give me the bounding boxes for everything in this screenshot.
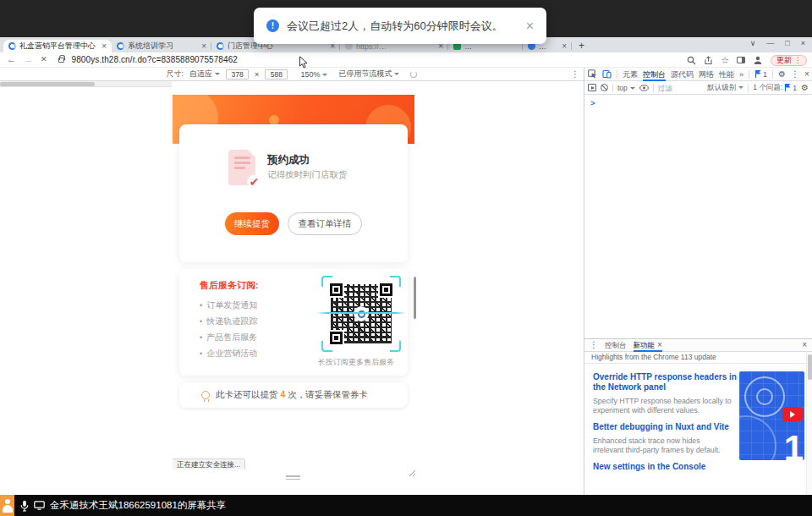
devtools-menu-icon[interactable]: ⋮ bbox=[791, 70, 799, 79]
tab-console[interactable]: 控制台 bbox=[643, 68, 666, 81]
artwork-number: 1 bbox=[784, 431, 804, 460]
drawer-scrollbar-thumb[interactable] bbox=[808, 354, 812, 380]
mic-icon[interactable] bbox=[20, 500, 29, 512]
bookmark-star-icon[interactable]: ☆ bbox=[721, 56, 729, 65]
tab-favicon bbox=[8, 42, 16, 50]
share-text: 金禾通技术王斌18662591081的屏幕共享 bbox=[50, 499, 226, 512]
bullet-icon: • bbox=[200, 301, 202, 310]
devtools-close-icon[interactable]: × bbox=[804, 70, 809, 79]
viewport-vscrollbar-thumb[interactable] bbox=[414, 277, 416, 319]
drawer-tab-close-icon[interactable]: × bbox=[657, 341, 662, 349]
tab-favicon bbox=[217, 42, 224, 50]
whatsnew-highlights-bar: Highlights from the Chrome 113 update bbox=[584, 352, 812, 364]
devtools-drawer: ⋮ 控制台 新功能 × × Highlights from the Chrome… bbox=[584, 338, 812, 495]
log-level-select[interactable]: 默认级别 bbox=[707, 83, 743, 93]
whatsnew-desc: Enhanced stack trace now hides irrelevan… bbox=[593, 436, 732, 455]
continue-pickup-button[interactable]: 继续提货 bbox=[225, 212, 279, 235]
canvas-hscrollbar-thumb[interactable] bbox=[0, 82, 95, 86]
presenter-avatar-icon bbox=[0, 495, 14, 516]
share-icon[interactable] bbox=[704, 56, 713, 65]
bullet-icon: • bbox=[200, 333, 202, 342]
tab-close-icon[interactable]: × bbox=[102, 42, 107, 51]
youtube-play-icon[interactable] bbox=[782, 407, 803, 421]
viewport-width-input[interactable] bbox=[226, 69, 249, 80]
more-tabs-icon[interactable]: » bbox=[739, 68, 743, 81]
tab-close-icon[interactable]: × bbox=[201, 42, 206, 51]
drawer-close-icon[interactable]: × bbox=[802, 341, 807, 349]
viewport-height-input[interactable] bbox=[265, 69, 288, 80]
device-bar-menu-icon[interactable]: ⋮ bbox=[571, 69, 579, 79]
qr-code[interactable] bbox=[321, 276, 401, 352]
drawer-menu-icon[interactable]: ⋮ bbox=[590, 341, 598, 349]
issues-chip[interactable]: 1 bbox=[754, 70, 767, 79]
address-bar-actions: ☆ 更新 ⋮ bbox=[687, 52, 807, 68]
whatsnew-link[interactable]: Override HTTP response headers in the Ne… bbox=[593, 372, 738, 392]
dimensions-mode-select[interactable]: 自适应 bbox=[189, 69, 220, 80]
success-card: ✔ 预约成功 记得按时到门店取货 继续提货 查看订单详情 bbox=[179, 124, 408, 262]
chevron-down-icon bbox=[630, 87, 635, 90]
tab-favicon bbox=[117, 42, 124, 50]
viewport-resize-handle[interactable] bbox=[286, 475, 300, 481]
browser-menu-dots-icon: ⋮ bbox=[794, 57, 801, 64]
new-tab-button[interactable]: + bbox=[579, 40, 584, 52]
drawer-tab-whatsnew[interactable]: 新功能 × bbox=[634, 339, 662, 352]
drawer-tab-console[interactable]: 控制台 bbox=[605, 339, 627, 352]
context-select[interactable]: top bbox=[617, 84, 635, 92]
chrome-113-artwork[interactable]: 1 bbox=[739, 371, 804, 460]
tab-close-icon[interactable]: × bbox=[562, 42, 567, 51]
clear-console-icon[interactable] bbox=[601, 84, 608, 91]
lock-icon[interactable] bbox=[58, 58, 64, 63]
device-toolbar-toggle-icon[interactable] bbox=[602, 69, 612, 79]
bullet-icon: • bbox=[200, 349, 202, 358]
update-label: 更新 bbox=[776, 55, 792, 66]
whatsnew-link[interactable]: Better debugging in Nuxt and Vite bbox=[593, 422, 738, 432]
list-item: •快递轨迹跟踪 bbox=[200, 313, 257, 329]
subscribe-list: •订单发货通知 •快递轨迹跟踪 •产品售后服务 •企业营销活动 bbox=[200, 297, 257, 361]
view-order-button[interactable]: 查看订单详情 bbox=[288, 212, 362, 235]
back-icon[interactable]: ← bbox=[7, 55, 16, 64]
tab-performance[interactable]: 性能 bbox=[719, 68, 734, 81]
bullet-icon: • bbox=[200, 317, 202, 326]
screen-share-icon[interactable] bbox=[34, 501, 45, 510]
browser-tab-training[interactable]: 系统培训学习 × bbox=[112, 40, 211, 52]
issues-link[interactable]: 1 个问题: 1 bbox=[753, 83, 797, 93]
eye-icon[interactable] bbox=[639, 85, 649, 91]
whatsnew-link[interactable]: New settings in the Console bbox=[593, 462, 738, 472]
forward-icon[interactable]: → bbox=[24, 55, 33, 64]
console-settings-gear-icon[interactable]: ⚙ bbox=[801, 84, 809, 92]
window-close-icon[interactable]: × bbox=[801, 39, 805, 47]
console-filter-input[interactable] bbox=[658, 84, 704, 92]
inspect-element-icon[interactable] bbox=[588, 69, 597, 79]
settings-gear-icon[interactable]: ⚙ bbox=[778, 70, 786, 79]
qr-caption: 长按订阅更多售后服务 bbox=[303, 357, 409, 368]
stop-icon[interactable]: ✕ bbox=[41, 56, 47, 63]
zoom-search-icon[interactable] bbox=[687, 56, 696, 65]
tab-search-icon[interactable]: ∨ bbox=[750, 39, 756, 47]
subscribe-card: 售后服务订阅: •订单发货通知 •快递轨迹跟踪 •产品售后服务 •企业营销活动 bbox=[179, 269, 408, 376]
minimize-icon[interactable]: — bbox=[766, 39, 774, 47]
qr-center-logo bbox=[354, 307, 368, 321]
console-sidebar-icon[interactable] bbox=[588, 84, 596, 91]
page-status-bubble: 正在建立安全连接... bbox=[173, 458, 245, 469]
tab-network[interactable]: 网络 bbox=[699, 68, 714, 81]
console-prompt[interactable]: > bbox=[590, 98, 595, 107]
toast-close-icon[interactable]: × bbox=[526, 19, 534, 33]
maximize-icon[interactable]: □ bbox=[785, 39, 789, 47]
browser-tab-gift-platform[interactable]: 礼盒营销平台管理中心 × bbox=[3, 40, 112, 52]
side-panel-icon[interactable] bbox=[737, 57, 745, 63]
canvas-hscrollbar[interactable] bbox=[0, 81, 172, 87]
tab-title: 礼盒营销平台管理中心 bbox=[19, 41, 96, 52]
profile-avatar-icon[interactable] bbox=[753, 55, 763, 65]
viewport-corner-resize[interactable] bbox=[409, 465, 416, 480]
throttle-select[interactable]: 已停用节流模式 bbox=[338, 69, 399, 80]
device-viewport: ✔ 预约成功 记得按时到门店取货 继续提货 查看订单详情 售后服务订阅: •订单… bbox=[173, 95, 414, 469]
chrome-update-button[interactable]: 更新 ⋮ bbox=[771, 55, 807, 66]
console-output[interactable]: > bbox=[584, 95, 812, 338]
check-icon: ✔ bbox=[247, 175, 261, 189]
window-controls: ∨ — □ × bbox=[750, 39, 805, 47]
tab-elements[interactable]: 元素 bbox=[623, 68, 638, 81]
url-text[interactable]: 9800ys.th28.cn/r.do?c=8385889075578462 bbox=[72, 55, 238, 64]
qr-pattern bbox=[330, 283, 392, 344]
tab-sources[interactable]: 源代码 bbox=[671, 68, 694, 81]
drawer-scrollbar[interactable] bbox=[806, 352, 812, 495]
